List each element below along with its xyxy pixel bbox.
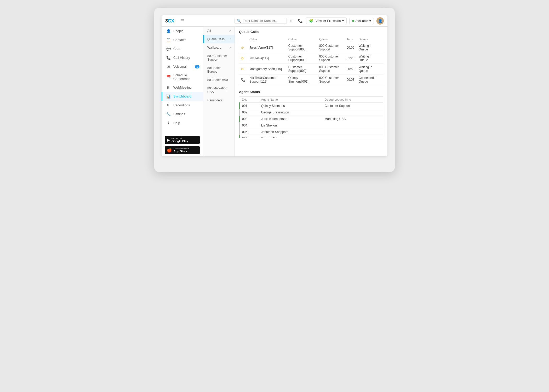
app-store-icon: 🍎 [167,148,172,153]
sidebar-item-call-history-label: Call History [173,56,190,60]
row-status-icon: 📞 [239,74,247,85]
sidebar-item-contacts-label: Contacts [173,38,186,42]
sidebar-item-recordings-label: Recordings [173,103,190,107]
agent-ext: 001 [240,103,259,109]
status-dot [352,20,354,22]
row-queue: 800 Customer Support [317,42,345,53]
row-status-icon: ⟳ [239,64,247,74]
sidebar-item-people-label: People [173,29,184,33]
sidebar-item-settings[interactable]: 🔧 Settings [162,110,203,119]
list-item: 006 Gregory Winters [240,135,383,139]
list-item: 004 Lia Shelton [240,122,383,129]
agent-ext: 006 [240,135,259,139]
list-item: 003 Justine Henderson Marketing USA [240,116,383,122]
sidebar-item-chat[interactable]: 💬 Chat [162,44,203,53]
row-status-icon: ⟳ [239,42,247,53]
grid-icon-button[interactable]: ⊞ [289,18,294,24]
sidebar-item-call-history[interactable]: 📞 Call History [162,53,203,62]
table-row: 📞 Nik Tesla;Customer Support[119] Quincy… [239,74,383,85]
second-panel-800-label: 800 Customer Support [207,54,231,61]
row-callee: Quincy Simmons[001] [286,74,317,85]
col-header-caller-name: Caller [247,36,286,42]
main-content: Queue Calls Caller Callee Queue Time Det… [235,27,387,156]
list-item: 002 George Brassington [240,109,383,116]
agent-name: George Brassington [259,109,323,116]
list-item: 005 Jonathon Sheppard [240,129,383,135]
col-header-ext: Ext. [240,97,259,103]
second-panel-item-wallboard[interactable]: Wallboard ↗ [203,43,235,52]
sidebar-item-schedule-conference[interactable]: 📅 Schedule Conference [162,71,203,83]
browser-extension-label: Browser Extension [314,19,341,23]
agent-name: Lia Shelton [259,122,323,129]
voicemail-icon: ✉ [166,65,171,69]
topbar: 3CX ☰ 🔍 ⊞ 📞 🧩 Browser Extension ▾ Availa… [162,15,387,27]
menu-icon[interactable]: ☰ [179,17,186,24]
sidebar-item-contacts[interactable]: 📋 Contacts [162,36,203,44]
second-panel-item-800-customer[interactable]: 800 Customer Support [203,52,235,64]
main-layout: 👤 People 📋 Contacts 💬 Chat 📞 Call Histor… [162,27,387,156]
table-row: ⟳ Nik Tesla[119] Customer Support[800] 8… [239,53,383,64]
google-play-badge[interactable]: ▶ GET IT ON Google Play [165,136,200,144]
google-play-icon: ▶ [167,137,170,142]
sidebar-item-recordings[interactable]: 🎙 Recordings [162,101,203,110]
sidebar-item-switchboard-label: Switchboard [173,95,191,98]
available-dropdown-icon: ▾ [369,19,371,23]
row-time: 00:53 [345,64,357,74]
avatar[interactable]: 👤 [376,17,384,25]
second-panel-803-label: 803 Sales Asia [207,78,228,82]
sidebar-item-chat-label: Chat [173,47,180,51]
row-callee: Customer Support[800] [286,53,317,64]
sidebar-item-help-label: Help [173,121,180,125]
browser-extension-button[interactable]: 🧩 Browser Extension ▾ [306,18,346,24]
agent-name: Quincy Simmons [259,103,323,109]
col-header-caller [239,36,247,42]
second-panel-item-reminders[interactable]: Reminders [203,96,235,105]
browser-ext-dropdown-icon: ▾ [342,19,344,23]
row-time: 00:03 [345,74,357,85]
agent-queue [323,129,383,135]
second-panel-reminders-label: Reminders [207,99,222,102]
search-bar: 🔍 [235,18,287,24]
second-panel-item-803-sales[interactable]: 803 Sales Asia [203,76,235,84]
sidebar-item-people[interactable]: 👤 People [162,27,203,36]
app-store-badge[interactable]: 🍎 Download on the App Store [165,146,200,154]
phone-icon-button[interactable]: 📞 [297,18,304,24]
available-status-button[interactable]: Available ▾ [349,18,374,24]
row-time: 00:06 [345,42,357,53]
agent-ext: 004 [240,122,259,129]
col-header-details: Details [357,36,383,42]
second-panel-wallboard-icon: ↗ [229,46,231,49]
sidebar-item-help[interactable]: ℹ Help [162,119,203,128]
app-logo: 3CX [165,18,174,24]
row-details: Connected to Queue [357,74,383,85]
sidebar-item-webmeeting-label: WebMeeting [173,86,192,89]
agent-queue: Customer Support [323,103,383,109]
second-panel-item-801-sales[interactable]: 801 Sales Europe [203,64,235,76]
row-caller: Jules Verne[117] [247,42,286,53]
sidebar-item-webmeeting[interactable]: 🖥 WebMeeting [162,83,203,92]
row-details: Waiting in Queue [357,42,383,53]
search-icon: 🔍 [237,19,241,23]
sidebar: 👤 People 📋 Contacts 💬 Chat 📞 Call Histor… [162,27,203,156]
second-panel-item-806-marketing[interactable]: 806 Marketing USA [203,84,235,96]
col-header-time: Time [345,36,357,42]
second-panel-801-label: 801 Sales Europe [207,66,231,73]
agent-name: Justine Henderson [259,116,323,122]
sidebar-item-schedule-conference-label: Schedule Conference [173,73,199,81]
second-panel-item-all[interactable]: All ↗ [203,27,235,35]
row-queue: 800 Customer Support [317,64,345,74]
search-input[interactable] [243,19,284,23]
agent-ext: 002 [240,109,259,116]
agent-ext: 003 [240,116,259,122]
sidebar-item-settings-label: Settings [173,112,185,116]
google-play-label: Google Play [171,140,188,143]
agent-status-title: Agent Status [239,90,383,94]
second-panel-item-queue-calls[interactable]: Queue Calls ↗ [203,35,235,43]
agent-status-wrapper: Ext. Agent Name Queue Logged in to 001 Q… [239,96,383,138]
agent-name: Jonathon Sheppard [259,129,323,135]
google-play-sub: GET IT ON [171,137,188,140]
sidebar-item-switchboard[interactable]: 📊 Switchboard [162,92,203,101]
app-window: 3CX ☰ 🔍 ⊞ 📞 🧩 Browser Extension ▾ Availa… [162,15,387,156]
sidebar-item-voicemail[interactable]: ✉ Voicemail 1 [162,62,203,71]
row-queue: 800 Customer Support [317,74,345,85]
